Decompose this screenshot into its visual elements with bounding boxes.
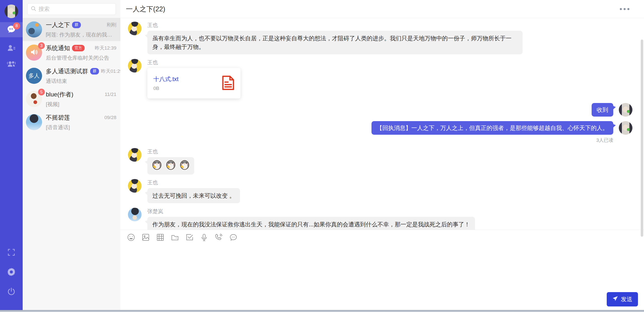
- emoji-icon[interactable]: [127, 233, 135, 241]
- file-size: 0B: [153, 86, 179, 91]
- conversation-item[interactable]: 不摇碧莲 09/28 [语音通话]: [23, 111, 120, 134]
- sender-name: 王也: [147, 148, 194, 155]
- conversation-item[interactable]: 3 系统通知 官方 昨天12:39 后台管理仓库临时关闭公告: [23, 41, 120, 64]
- own-avatar[interactable]: [619, 121, 632, 135]
- paper-plane-icon: [612, 296, 618, 303]
- conversation-list: 一人之下 群 刚刚 阿莲: 作为朋友，现在的我没法... 3: [23, 18, 120, 134]
- message-bubble-own[interactable]: 收到: [592, 103, 613, 117]
- mic-icon[interactable]: [200, 233, 208, 241]
- sender-name: 王也: [147, 22, 523, 29]
- nav-item-contacts[interactable]: [7, 44, 16, 53]
- group-tag-badge: 群: [72, 22, 81, 28]
- conversation-preview: 后台管理仓库临时关闭公告: [46, 54, 116, 61]
- sender-avatar[interactable]: [128, 22, 142, 35]
- message-row: 王也 虽有幸生而为人，也不要以万物灵长自居，正是这种妄自尊大的想法，才阻碍了人类…: [128, 22, 632, 54]
- conversation-sidebar: 一人之下 群 刚刚 阿莲: 作为朋友，现在的我没法... 3: [23, 0, 120, 312]
- message-row-own: 【回执消息】一人之下，万人之上，但真正的强者，是那些能够超越自我、心怀天下的人。…: [128, 121, 632, 144]
- group-avatar: 多人: [26, 68, 42, 84]
- sticker-message-bubble[interactable]: [147, 157, 194, 175]
- message-bubble[interactable]: 虽有幸生而为人，也不要以万物灵长自居，正是这种妄自尊大的想法，才阻碍了人类的进步…: [147, 31, 523, 54]
- chat-header: 一人之下(22): [120, 0, 644, 18]
- dot-icon: [620, 8, 622, 10]
- nav-item-logout[interactable]: [7, 287, 16, 297]
- conversation-preview: [语音通话]: [46, 124, 116, 131]
- message-list[interactable]: 王也 虽有幸生而为人，也不要以万物灵长自居，正是这种妄自尊大的想法，才阻碍了人类…: [120, 18, 644, 230]
- read-receipt-status[interactable]: 3人已读: [596, 137, 613, 144]
- unread-badge: 3: [38, 42, 45, 49]
- message-row: 张楚岚 作为朋友，现在的我没法保证救你逃出生天，我能保证的只有...如果你真的会…: [128, 208, 632, 230]
- sender-avatar[interactable]: [128, 208, 142, 221]
- fullscreen-icon: [8, 249, 15, 257]
- conversation-preview: [视频]: [46, 101, 116, 108]
- message-dots-icon[interactable]: [229, 233, 237, 241]
- message-input-panel[interactable]: 发送: [120, 230, 644, 312]
- conversation-preview: 通话结束: [46, 78, 116, 85]
- contacts-icon: [7, 44, 16, 54]
- sender-name: 王也: [147, 59, 241, 66]
- conversation-time: 09/28: [102, 115, 116, 120]
- groups-icon: [7, 60, 16, 70]
- search-icon: [31, 6, 36, 12]
- messages-unread-badge: 8: [13, 22, 20, 29]
- message-bubble-own[interactable]: 【回执消息】一人之下，万人之上，但真正的强者，是那些能够超越自我、心怀天下的人。: [371, 121, 613, 135]
- message-row-own: 收到: [128, 103, 632, 117]
- dot-icon: [624, 8, 626, 10]
- file-document-icon: [222, 75, 234, 91]
- group-avatar: [26, 21, 42, 38]
- nav-rail: 8: [0, 0, 23, 312]
- conversation-item[interactable]: 多人 多人通话测试群 群 昨天01:29 通话结束: [23, 64, 120, 87]
- conversation-title: 多人通话测试群: [46, 67, 88, 75]
- conversation-title: 系统通知: [46, 44, 70, 52]
- message-row: 王也: [128, 148, 632, 175]
- window-bottom-edge: [0, 310, 644, 312]
- avatar[interactable]: [5, 5, 18, 18]
- phone-icon[interactable]: [215, 233, 223, 241]
- chat-panel: 一人之下(22) 王也 虽有幸生而为人，也不要以万物灵长自居，正是这种妄自尊大的…: [120, 0, 644, 312]
- conversation-time: 昨天01:29: [99, 68, 123, 75]
- chat-title: 一人之下(22): [126, 5, 165, 14]
- own-avatar[interactable]: [619, 103, 632, 117]
- video-grid-icon[interactable]: [156, 233, 164, 241]
- conversation-preview: 阿莲: 作为朋友，现在的我没法...: [46, 31, 116, 38]
- search-box[interactable]: [27, 3, 116, 15]
- nav-item-fullscreen[interactable]: [7, 248, 16, 258]
- sender-name: 王也: [147, 179, 240, 186]
- message-bubble[interactable]: 过去无可挽回，未来可以改变 。: [147, 188, 240, 203]
- conversation-item[interactable]: 一人之下 群 刚刚 阿莲: 作为朋友，现在的我没法...: [23, 18, 120, 41]
- conversation-time: 11/21: [103, 92, 116, 97]
- speaker-icon: [30, 48, 38, 57]
- sender-avatar[interactable]: [128, 59, 142, 73]
- conversation-title: 不摇碧莲: [46, 114, 70, 122]
- file-name[interactable]: 十八式.txt: [153, 75, 179, 83]
- image-icon[interactable]: [142, 233, 150, 241]
- search-input[interactable]: [39, 6, 112, 12]
- unread-badge: 5: [38, 89, 45, 95]
- sender-avatar[interactable]: [128, 179, 142, 193]
- check-square-icon[interactable]: [185, 233, 193, 241]
- nav-item-messages[interactable]: 8: [0, 22, 23, 37]
- message-bubble[interactable]: 作为朋友，现在的我没法保证救你逃出生天，我能保证的只有...如果你真的会遭遇到什…: [147, 217, 475, 230]
- penguin-sticker: [165, 159, 177, 173]
- send-button[interactable]: 发送: [607, 292, 638, 306]
- send-label: 发送: [621, 295, 632, 303]
- more-menu-button[interactable]: [619, 6, 630, 12]
- scrollbar[interactable]: [641, 40, 643, 237]
- conversation-item[interactable]: 5 blue(作者) 11/21 [视频]: [23, 87, 120, 111]
- message-row: 王也 过去无可挽回，未来可以改变 。: [128, 179, 632, 203]
- message-row: 王也 十八式.txt 0B: [128, 59, 632, 98]
- file-message-card[interactable]: 十八式.txt 0B: [147, 68, 241, 98]
- group-tag-badge: 群: [90, 68, 99, 75]
- sender-name: 张楚岚: [147, 208, 475, 215]
- gear-icon: [7, 267, 16, 278]
- folder-icon[interactable]: [171, 233, 179, 241]
- penguin-sticker: [151, 159, 163, 173]
- nav-item-groups[interactable]: [7, 60, 16, 70]
- dot-icon: [627, 8, 629, 10]
- official-tag-badge: 官方: [72, 45, 85, 51]
- nav-item-settings[interactable]: [7, 268, 16, 277]
- conversation-time: 昨天12:39: [93, 45, 116, 51]
- conversation-title: 一人之下: [46, 21, 70, 29]
- penguin-sticker: [179, 159, 191, 173]
- sender-avatar[interactable]: [128, 148, 142, 162]
- input-toolbar: [127, 233, 644, 241]
